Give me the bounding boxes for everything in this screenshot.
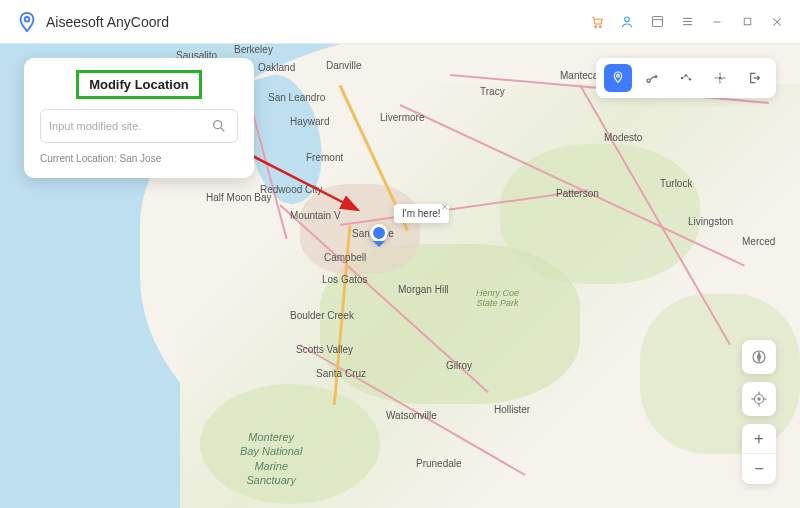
svg-rect-10 xyxy=(744,18,751,25)
app-title: Aiseesoft AnyCoord xyxy=(46,14,169,30)
svg-point-18 xyxy=(655,76,657,78)
pin-icon xyxy=(370,224,388,242)
svg-point-1 xyxy=(595,25,597,27)
close-icon[interactable]: ✕ xyxy=(439,202,451,212)
svg-point-0 xyxy=(25,16,30,21)
mode-joystick-button[interactable] xyxy=(706,64,734,92)
current-location-marker[interactable]: I'm here! ✕ xyxy=(370,224,388,242)
menu-button[interactable] xyxy=(672,7,702,37)
modify-location-title-highlight: Modify Location xyxy=(76,70,202,99)
compass-button[interactable] xyxy=(742,340,776,374)
svg-point-3 xyxy=(625,17,630,22)
marker-tooltip-text: I'm here! xyxy=(402,208,441,219)
svg-point-17 xyxy=(647,79,650,82)
search-icon xyxy=(211,118,227,134)
svg-point-16 xyxy=(617,74,620,77)
modify-location-panel: Modify Location Current Location: San Jo… xyxy=(24,58,254,178)
account-button[interactable] xyxy=(612,7,642,37)
layout-button[interactable] xyxy=(642,7,672,37)
search-button[interactable] xyxy=(209,116,229,136)
map-canvas[interactable]: Sausalito Berkeley Oakland Danville San … xyxy=(0,44,800,508)
maximize-button[interactable] xyxy=(732,7,762,37)
mode-one-stop-button[interactable] xyxy=(638,64,666,92)
svg-rect-4 xyxy=(652,17,662,27)
svg-point-23 xyxy=(719,77,720,78)
mode-toolbar xyxy=(596,58,776,98)
mode-exit-button[interactable] xyxy=(740,64,768,92)
cart-button[interactable] xyxy=(582,7,612,37)
minimize-button[interactable] xyxy=(702,7,732,37)
map-controls: + − xyxy=(742,340,776,484)
zoom-out-button[interactable]: − xyxy=(742,454,776,484)
app-logo-icon xyxy=(16,11,38,33)
svg-point-2 xyxy=(599,25,601,27)
zoom-in-button[interactable]: + xyxy=(742,424,776,454)
search-box[interactable] xyxy=(40,109,238,143)
current-location-value: San Jose xyxy=(120,153,162,164)
close-button[interactable] xyxy=(762,7,792,37)
marker-tooltip: I'm here! ✕ xyxy=(394,204,449,223)
mode-multi-stop-button[interactable] xyxy=(672,64,700,92)
current-location-label: Current Location: San Jose xyxy=(40,153,238,164)
mode-modify-location-button[interactable] xyxy=(604,64,632,92)
search-input[interactable] xyxy=(49,120,209,132)
locate-me-button[interactable] xyxy=(742,382,776,416)
title-bar: Aiseesoft AnyCoord xyxy=(0,0,800,44)
panel-title: Modify Location xyxy=(89,77,189,92)
svg-point-30 xyxy=(758,398,760,400)
svg-point-14 xyxy=(214,121,222,129)
svg-line-15 xyxy=(221,128,224,131)
